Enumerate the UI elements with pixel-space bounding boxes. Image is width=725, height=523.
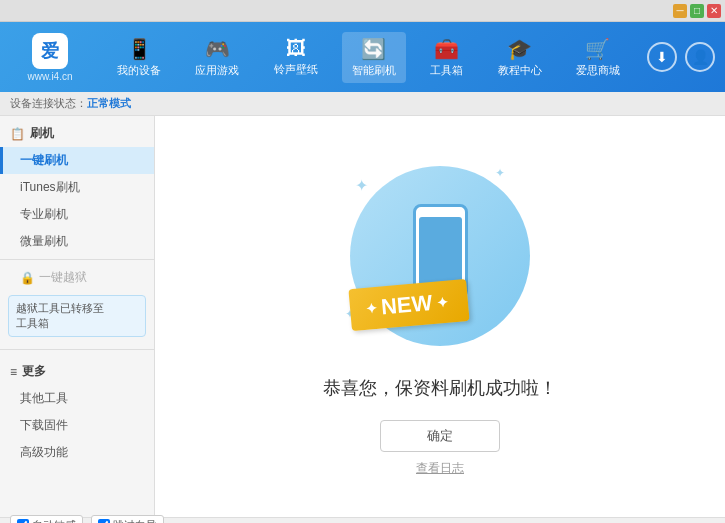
more-section-icon: ≡ xyxy=(10,365,17,379)
nav-wallpaper[interactable]: 🖼 铃声壁纸 xyxy=(264,32,328,82)
logo-icon: 爱 xyxy=(32,33,68,69)
status-bar: 设备连接状态：正常模式 xyxy=(0,92,725,116)
sidebar-divider-1 xyxy=(0,259,154,260)
maximize-button[interactable]: □ xyxy=(690,4,704,18)
logo[interactable]: 爱 www.i4.cn xyxy=(10,33,90,82)
nav-items: 📱 我的设备 🎮 应用游戏 🖼 铃声壁纸 🔄 智能刷机 🧰 工具箱 🎓 教程中心… xyxy=(100,32,637,83)
nav-my-device-icon: 📱 xyxy=(127,37,152,61)
illustration: ✦ ✦ ✦ NEW xyxy=(340,156,540,356)
logo-url: www.i4.cn xyxy=(27,71,72,82)
skip-wizard-checkbox[interactable] xyxy=(98,519,110,523)
nav-store[interactable]: 🛒 爱思商城 xyxy=(566,32,630,83)
nav-tutorial-icon: 🎓 xyxy=(507,37,532,61)
nav-store-icon: 🛒 xyxy=(585,37,610,61)
auto-flash-checkbox[interactable] xyxy=(17,519,29,523)
sparkle-icon-2: ✦ xyxy=(495,166,505,180)
jailbreak-label: 一键越狱 xyxy=(39,269,87,286)
close-button[interactable]: ✕ xyxy=(707,4,721,18)
download-fw-label: 下载固件 xyxy=(20,418,68,432)
nav-toolbox-icon: 🧰 xyxy=(434,37,459,61)
sidebar-section-more: ≡ 更多 其他工具 下载固件 高级功能 xyxy=(0,354,154,470)
status-value: 正常模式 xyxy=(87,97,131,109)
flash-section-icon: 📋 xyxy=(10,127,25,141)
header-right: ⬇ 👤 xyxy=(647,42,715,72)
nav-wallpaper-label: 铃声壁纸 xyxy=(274,62,318,77)
sidebar-note: 越狱工具已转移至工具箱 xyxy=(8,295,146,337)
nav-store-label: 爱思商城 xyxy=(576,63,620,78)
sparkle-icon-1: ✦ xyxy=(355,176,368,195)
nav-smart-shop[interactable]: 🔄 智能刷机 xyxy=(342,32,406,83)
skip-wizard-checkbox-label[interactable]: 跳过向导 xyxy=(91,515,164,524)
sidebar-note-text: 越狱工具已转移至工具箱 xyxy=(16,302,104,329)
pro-flash-label: 专业刷机 xyxy=(20,207,68,221)
minimize-button[interactable]: ─ xyxy=(673,4,687,18)
sidebar-item-one-click-flash[interactable]: 一键刷机 xyxy=(0,147,154,174)
daily-link[interactable]: 查看日志 xyxy=(416,460,464,477)
confirm-button[interactable]: 确定 xyxy=(380,420,500,452)
flash-section-label: 刷机 xyxy=(30,125,54,142)
nav-apps-games-icon: 🎮 xyxy=(205,37,230,61)
download-button[interactable]: ⬇ xyxy=(647,42,677,72)
header: 爱 www.i4.cn 📱 我的设备 🎮 应用游戏 🖼 铃声壁纸 🔄 智能刷机 … xyxy=(0,22,725,92)
nav-apps-games[interactable]: 🎮 应用游戏 xyxy=(185,32,249,83)
title-bar: ─ □ ✕ xyxy=(0,0,725,22)
lock-icon: 🔒 xyxy=(20,271,35,285)
nav-smart-shop-label: 智能刷机 xyxy=(352,63,396,78)
nav-tutorial-label: 教程中心 xyxy=(498,63,542,78)
status-label: 设备连接状态： xyxy=(10,97,87,109)
auto-flash-label: 自动敏感 xyxy=(32,518,76,524)
sidebar-item-jailbreak-disabled: 🔒 一键越狱 xyxy=(0,264,154,291)
sidebar: 📋 刷机 一键刷机 iTunes刷机 专业刷机 微量刷机 🔒 一键越狱 越狱工具… xyxy=(0,116,155,517)
one-click-flash-label: 一键刷机 xyxy=(20,153,68,167)
nav-tutorial[interactable]: 🎓 教程中心 xyxy=(488,32,552,83)
success-text: 恭喜您，保资料刷机成功啦！ xyxy=(323,376,557,400)
advanced-label: 高级功能 xyxy=(20,445,68,459)
nav-toolbox-label: 工具箱 xyxy=(430,63,463,78)
other-tools-label: 其他工具 xyxy=(20,391,68,405)
sidebar-item-download-fw[interactable]: 下载固件 xyxy=(0,412,154,439)
main-layout: 📋 刷机 一键刷机 iTunes刷机 专业刷机 微量刷机 🔒 一键越狱 越狱工具… xyxy=(0,116,725,517)
nav-toolbox[interactable]: 🧰 工具箱 xyxy=(420,32,473,83)
sidebar-section-title-more: ≡ 更多 xyxy=(0,358,154,385)
user-button[interactable]: 👤 xyxy=(685,42,715,72)
sidebar-section-title-flash: 📋 刷机 xyxy=(0,120,154,147)
nav-my-device[interactable]: 📱 我的设备 xyxy=(107,32,171,83)
nav-apps-games-label: 应用游戏 xyxy=(195,63,239,78)
nav-wallpaper-icon: 🖼 xyxy=(286,37,306,60)
itunes-flash-label: iTunes刷机 xyxy=(20,180,80,194)
nav-my-device-label: 我的设备 xyxy=(117,63,161,78)
phone-screen xyxy=(419,217,462,285)
sidebar-item-advanced[interactable]: 高级功能 xyxy=(0,439,154,466)
sidebar-item-itunes-flash[interactable]: iTunes刷机 xyxy=(0,174,154,201)
skip-wizard-label: 跳过向导 xyxy=(113,518,157,524)
bottom-left-section: 自动敏感 跳过向导 📱 iPhone 12 mini 64GB Down-12m… xyxy=(10,515,164,524)
bottom-bar: 自动敏感 跳过向导 📱 iPhone 12 mini 64GB Down-12m… xyxy=(0,517,725,523)
sidebar-item-other-tools[interactable]: 其他工具 xyxy=(0,385,154,412)
content-area: ✦ ✦ ✦ NEW 恭喜您，保资料刷机成功啦！ 确定 查看日志 xyxy=(155,116,725,517)
more-section-label: 更多 xyxy=(22,363,46,380)
sidebar-item-pro-flash[interactable]: 专业刷机 xyxy=(0,201,154,228)
wipe-flash-label: 微量刷机 xyxy=(20,234,68,248)
sidebar-section-flash: 📋 刷机 一键刷机 iTunes刷机 专业刷机 微量刷机 🔒 一键越狱 越狱工具… xyxy=(0,116,154,345)
auto-flash-checkbox-label[interactable]: 自动敏感 xyxy=(10,515,83,524)
sidebar-item-wipe-flash[interactable]: 微量刷机 xyxy=(0,228,154,255)
nav-smart-shop-icon: 🔄 xyxy=(361,37,386,61)
bottom-checkboxes: 自动敏感 跳过向导 xyxy=(10,515,164,524)
sidebar-divider-2 xyxy=(0,349,154,350)
